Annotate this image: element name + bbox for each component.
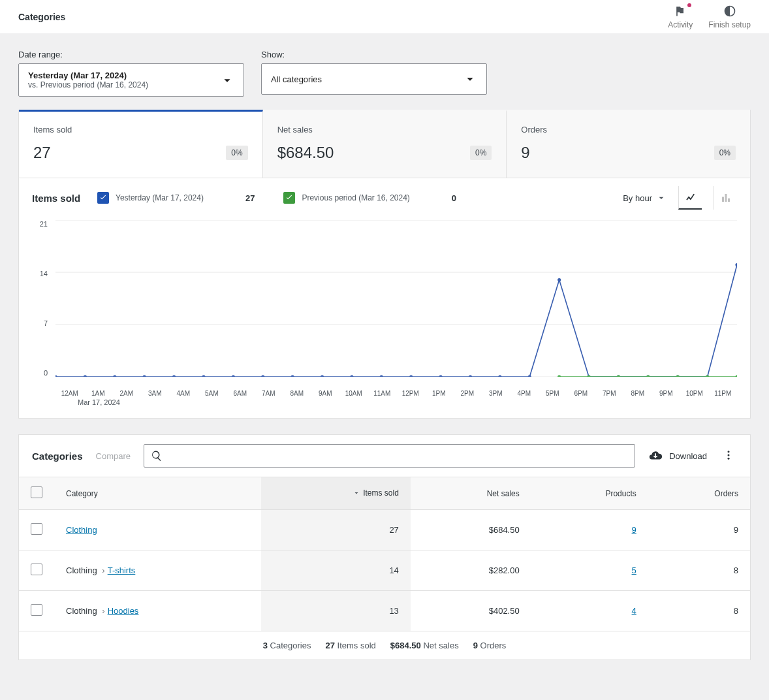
flag-icon bbox=[674, 5, 687, 18]
summary-pct: 0% bbox=[714, 146, 736, 160]
col-products[interactable]: Products bbox=[531, 477, 648, 510]
chevron-down-icon bbox=[220, 73, 234, 88]
summary-pct: 0% bbox=[470, 146, 492, 160]
date-range-dropdown[interactable]: Yesterday (Mar 17, 2024) vs. Previous pe… bbox=[18, 63, 244, 97]
footer-categories-count: 3 bbox=[263, 641, 268, 650]
col-items-sold[interactable]: Items sold bbox=[261, 477, 411, 510]
download-label: Download bbox=[669, 451, 707, 461]
search-input[interactable] bbox=[144, 444, 635, 468]
interval-dropdown[interactable]: By hour bbox=[623, 193, 667, 203]
svg-point-29 bbox=[587, 375, 590, 377]
date-range-label: Date range: bbox=[18, 50, 244, 59]
row-checkbox[interactable] bbox=[31, 604, 42, 616]
category-text: Clothing bbox=[66, 606, 97, 616]
show-label: Show: bbox=[261, 50, 487, 59]
table-row: Clothing 27 $684.50 9 9 bbox=[19, 510, 750, 550]
cell-items-sold: 13 bbox=[261, 591, 411, 631]
table-row: Clothing ›Hoodies 13 $402.50 4 8 bbox=[19, 591, 750, 631]
summary-card-net-sales[interactable]: Net sales $684.50 0% bbox=[263, 110, 507, 178]
bar-chart-button[interactable] bbox=[714, 186, 737, 210]
checkbox-checked-icon bbox=[97, 192, 109, 204]
table-options-button[interactable] bbox=[720, 447, 737, 466]
category-link[interactable]: Hoodies bbox=[108, 606, 139, 616]
svg-point-14 bbox=[350, 375, 353, 377]
cell-category: Clothing ›T-shirts bbox=[54, 550, 261, 591]
finish-setup-label: Finish setup bbox=[708, 20, 751, 29]
cell-category: Clothing ›Hoodies bbox=[54, 591, 261, 631]
svg-point-12 bbox=[291, 375, 294, 377]
progress-circle-icon bbox=[723, 5, 736, 18]
svg-point-5 bbox=[84, 375, 87, 377]
svg-point-20 bbox=[528, 375, 531, 377]
svg-point-36 bbox=[728, 454, 730, 456]
chart-card: Items sold Yesterday (Mar 17, 2024) 27 P… bbox=[18, 178, 751, 419]
cell-net-sales: $402.50 bbox=[411, 591, 531, 631]
chevron-down-icon bbox=[656, 193, 667, 203]
show-dropdown[interactable]: All categories bbox=[261, 63, 487, 95]
svg-point-19 bbox=[498, 375, 501, 377]
row-checkbox[interactable] bbox=[31, 564, 42, 575]
show-value: All categories bbox=[271, 74, 322, 84]
download-button[interactable]: Download bbox=[648, 449, 707, 463]
col-category[interactable]: Category bbox=[54, 477, 261, 510]
line-chart-button[interactable] bbox=[678, 186, 702, 210]
compare-button[interactable]: Compare bbox=[96, 451, 131, 461]
svg-point-35 bbox=[728, 451, 730, 453]
cell-category: Clothing bbox=[54, 510, 261, 550]
legend-current-value: 27 bbox=[245, 193, 255, 203]
page-title: Categories bbox=[18, 12, 668, 22]
products-link[interactable]: 5 bbox=[632, 565, 636, 575]
svg-point-28 bbox=[557, 375, 561, 377]
svg-point-32 bbox=[676, 375, 680, 377]
svg-point-16 bbox=[409, 375, 413, 377]
legend-current[interactable]: Yesterday (Mar 17, 2024) bbox=[97, 192, 204, 204]
chart-title: Items sold bbox=[32, 193, 88, 204]
cell-products: 9 bbox=[531, 510, 648, 550]
date-range-compare: vs. Previous period (Mar 16, 2024) bbox=[28, 80, 148, 89]
category-text: Clothing bbox=[66, 565, 97, 575]
summary-card-items-sold[interactable]: Items sold 27 0% bbox=[19, 110, 263, 178]
table-footer: 3 Categories 27 Items sold $684.50 Net s… bbox=[19, 631, 750, 660]
category-link[interactable]: T-shirts bbox=[108, 565, 136, 575]
svg-point-27 bbox=[735, 263, 737, 266]
cell-net-sales: $282.00 bbox=[411, 550, 531, 591]
summary-value: $684.50 bbox=[277, 144, 334, 162]
chevron-down-icon bbox=[463, 72, 477, 86]
svg-point-9 bbox=[202, 375, 205, 377]
svg-point-4 bbox=[55, 375, 57, 377]
notification-dot bbox=[687, 3, 691, 7]
category-link[interactable]: Clothing bbox=[66, 525, 97, 535]
row-checkbox[interactable] bbox=[31, 523, 42, 535]
svg-point-33 bbox=[706, 375, 709, 377]
categories-table: CategoryItems soldNet salesProductsOrder… bbox=[19, 477, 750, 631]
legend-current-label: Yesterday (Mar 17, 2024) bbox=[116, 193, 204, 202]
topbar: Categories Activity Finish setup bbox=[0, 0, 769, 34]
summary-card-orders[interactable]: Orders 9 0% bbox=[507, 110, 750, 178]
date-range-value: Yesterday (Mar 17, 2024) bbox=[28, 71, 148, 80]
cell-products: 5 bbox=[531, 550, 648, 591]
col-orders[interactable]: Orders bbox=[648, 477, 750, 510]
cell-items-sold: 14 bbox=[261, 550, 411, 591]
col-net-sales[interactable]: Net sales bbox=[411, 477, 531, 510]
legend-previous-value: 0 bbox=[452, 193, 456, 203]
cell-items-sold: 27 bbox=[261, 510, 411, 550]
svg-point-6 bbox=[113, 375, 116, 377]
products-link[interactable]: 4 bbox=[632, 606, 636, 616]
footer-items-count: 27 bbox=[325, 641, 334, 650]
products-link[interactable]: 9 bbox=[632, 525, 636, 535]
summary-cards: Items sold 27 0%Net sales $684.50 0%Orde… bbox=[18, 110, 751, 178]
summary-value: 27 bbox=[33, 144, 51, 162]
select-all-checkbox[interactable] bbox=[31, 486, 42, 498]
legend-previous[interactable]: Previous period (Mar 16, 2024) bbox=[283, 192, 409, 204]
checkbox-checked-icon bbox=[283, 192, 295, 204]
search-icon bbox=[151, 450, 163, 462]
filters-row: Date range: Yesterday (Mar 17, 2024) vs.… bbox=[0, 34, 769, 110]
svg-point-30 bbox=[617, 375, 620, 377]
activity-button[interactable]: Activity bbox=[668, 5, 693, 29]
finish-setup-button[interactable]: Finish setup bbox=[708, 5, 751, 29]
svg-point-11 bbox=[261, 375, 264, 377]
footer-orders-count: 9 bbox=[473, 641, 478, 650]
cloud-download-icon bbox=[648, 449, 663, 463]
legend-previous-label: Previous period (Mar 16, 2024) bbox=[302, 193, 409, 202]
activity-label: Activity bbox=[668, 20, 693, 29]
